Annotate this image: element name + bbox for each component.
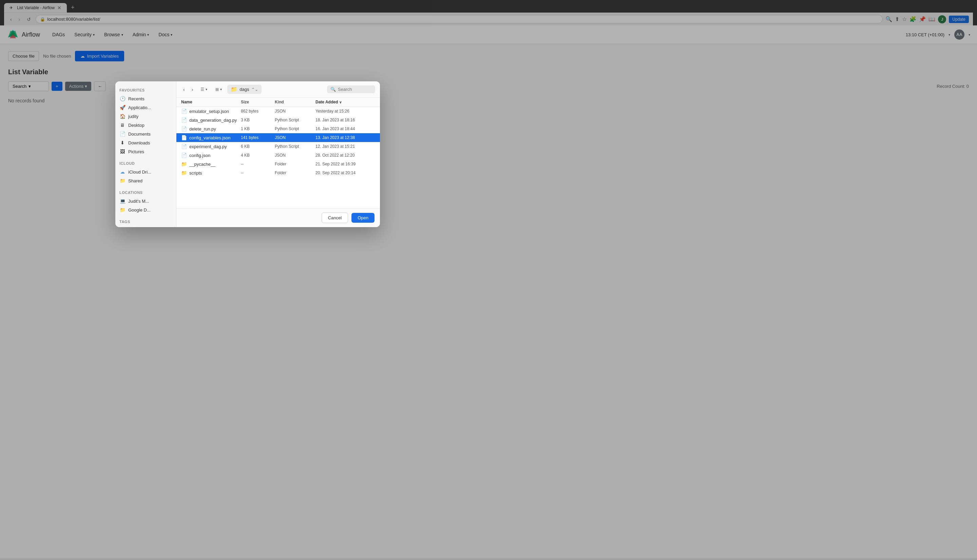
file-cell-date: 16. Jan 2023 at 18:44 [316,127,375,131]
picker-main: ‹ › ☰ ▾ ⊞ ▾ 📁 dags ⌃⌄ 🔍 [176,82,380,227]
sidebar-item-applications[interactable]: 🚀 Applicatio... [115,103,176,112]
file-row-data-generation[interactable]: 📄 data_generation_dag.py 3 KB Python Scr… [176,116,380,124]
sidebar-item-icloud-drive[interactable]: ☁ iCloud Dri... [115,167,176,176]
icloud-drive-icon: ☁ [119,169,125,175]
favourites-label: Favourites [115,87,176,94]
downloads-label: Downloads [128,140,150,145]
tags-label: Tags [115,218,176,226]
file-cell-kind: Python Script [275,144,316,149]
google-drive-icon: 📁 [119,207,125,213]
folder-display-icon: 📁 [230,86,237,93]
col-size-header[interactable]: Size [241,100,275,104]
file-cell-size: 862 bytes [241,109,275,113]
sidebar-item-google-drive[interactable]: 📁 Google D... [115,205,176,214]
file-list-header: Name Size Kind Date Added ∨ [176,98,380,107]
file-cell-name: 📄 data_generation_dag.py [181,117,241,123]
file-icon: 📄 [181,153,187,158]
file-row-delete-run[interactable]: 📄 delete_run.py 1 KB Python Script 16. J… [176,124,380,133]
picker-footer: Cancel Open [176,208,380,227]
pictures-icon: 🖼 [119,149,125,154]
picker-back-button[interactable]: ‹ [181,85,187,93]
tags-section: Tags [115,218,176,226]
picker-container: Favourites 🕐 Recents 🚀 Applicatio... 🏠 j… [115,82,380,227]
file-row-emulator-setup[interactable]: 📄 emulator_setup.json 862 bytes JSON Yes… [176,107,380,116]
picker-toolbar: ‹ › ☰ ▾ ⊞ ▾ 📁 dags ⌃⌄ 🔍 [176,82,380,98]
locations-section: Locations 💻 Judit's M... 📁 Google D... [115,189,176,214]
sidebar-item-pictures[interactable]: 🖼 Pictures [115,147,176,156]
documents-icon: 📄 [119,131,125,137]
file-row-experiment-dag[interactable]: 📄 experiment_dag.py 6 KB Python Script 1… [176,142,380,151]
file-cell-size: 3 KB [241,118,275,122]
file-cell-date: 13. Jan 2023 at 12:38 [316,135,375,140]
file-cell-kind: Folder [275,170,316,175]
file-cell-name: 📄 config.json [181,153,241,158]
picker-search-icon: 🔍 [331,87,336,92]
file-cell-kind: Python Script [275,127,316,131]
file-row-config-variables[interactable]: 📄 config_variables.json 141 bytes JSON 1… [176,133,380,142]
file-cell-size: 6 KB [241,144,275,149]
sidebar-item-documents[interactable]: 📄 Documents [115,130,176,138]
file-cell-date: 28. Oct 2022 at 12:20 [316,153,375,158]
sidebar-item-downloads[interactable]: ⬇ Downloads [115,138,176,147]
downloads-icon: ⬇ [119,140,125,145]
list-view-button[interactable]: ☰ ▾ [198,86,210,93]
folder-dropdown-icon: ⌃⌄ [251,87,258,92]
col-name-header[interactable]: Name [181,100,241,104]
sidebar-item-judity[interactable]: 🏠 judity [115,112,176,121]
google-drive-label: Google D... [128,207,150,213]
open-button[interactable]: Open [351,213,374,223]
recents-label: Recents [128,96,145,102]
shared-icon: 📁 [119,178,125,183]
pictures-label: Pictures [128,149,144,154]
list-view-arrow: ▾ [205,87,207,91]
picker-search-input[interactable] [338,87,372,92]
file-row-scripts[interactable]: 📁 scripts -- Folder 20. Sep 2022 at 20:1… [176,168,380,177]
file-cell-name: 📁 __pycache__ [181,162,241,167]
file-cell-name: 📄 delete_run.py [181,126,241,132]
file-icon: 📄 [181,117,187,123]
file-cell-kind: JSON [275,153,316,158]
grid-view-arrow: ▾ [220,87,222,91]
file-cell-date: Yesterday at 15:26 [316,109,375,113]
icloud-section: iCloud ☁ iCloud Dri... 📁 Shared [115,160,176,185]
file-list: 📄 emulator_setup.json 862 bytes JSON Yes… [176,107,380,208]
picker-search-box[interactable]: 🔍 [327,85,375,93]
documents-label: Documents [128,132,150,137]
picker-forward-button[interactable]: › [190,85,195,93]
file-cell-date: 18. Jan 2023 at 18:16 [316,118,375,122]
applications-label: Applicatio... [128,105,151,110]
current-folder-name: dags [239,87,249,92]
icloud-label: iCloud [115,160,176,167]
file-cell-size: 141 bytes [241,135,275,140]
file-cell-size: -- [241,170,275,175]
applications-icon: 🚀 [119,105,125,110]
sidebar-item-recents[interactable]: 🕐 Recents [115,94,176,103]
file-icon: 📄 [181,108,187,114]
favourites-section: Favourites 🕐 Recents 🚀 Applicatio... 🏠 j… [115,87,176,156]
judity-label: judity [128,114,139,119]
col-date-header[interactable]: Date Added ∨ [316,100,375,104]
file-cell-kind: Python Script [275,118,316,122]
col-kind-header[interactable]: Kind [275,100,316,104]
folder-display[interactable]: 📁 dags ⌃⌄ [227,85,261,94]
file-cell-kind: JSON [275,135,316,140]
grid-view-button[interactable]: ⊞ ▾ [213,86,225,93]
sidebar-item-judits-mac[interactable]: 💻 Judit's M... [115,197,176,205]
icloud-drive-label: iCloud Dri... [128,170,151,175]
file-cell-size: 4 KB [241,153,275,158]
file-icon: 📄 [181,135,187,140]
picker-sidebar: Favourites 🕐 Recents 🚀 Applicatio... 🏠 j… [115,82,176,227]
file-row-config[interactable]: 📄 config.json 4 KB JSON 28. Oct 2022 at … [176,151,380,160]
grid-view-icon: ⊞ [215,87,219,92]
file-cell-name: 📁 scripts [181,170,241,176]
cancel-button[interactable]: Cancel [322,213,348,223]
file-picker-dialog: Favourites 🕐 Recents 🚀 Applicatio... 🏠 j… [115,82,380,227]
file-cell-size: 1 KB [241,127,275,131]
sidebar-item-desktop[interactable]: 🖥 Desktop [115,121,176,130]
file-cell-date: 21. Sep 2022 at 16:39 [316,162,375,167]
file-cell-name: 📄 config_variables.json [181,135,241,140]
file-cell-date: 20. Sep 2022 at 20:14 [316,170,375,175]
sidebar-item-shared[interactable]: 📁 Shared [115,176,176,185]
file-row-pycache[interactable]: 📁 __pycache__ -- Folder 21. Sep 2022 at … [176,160,380,168]
list-view-icon: ☰ [200,87,204,92]
